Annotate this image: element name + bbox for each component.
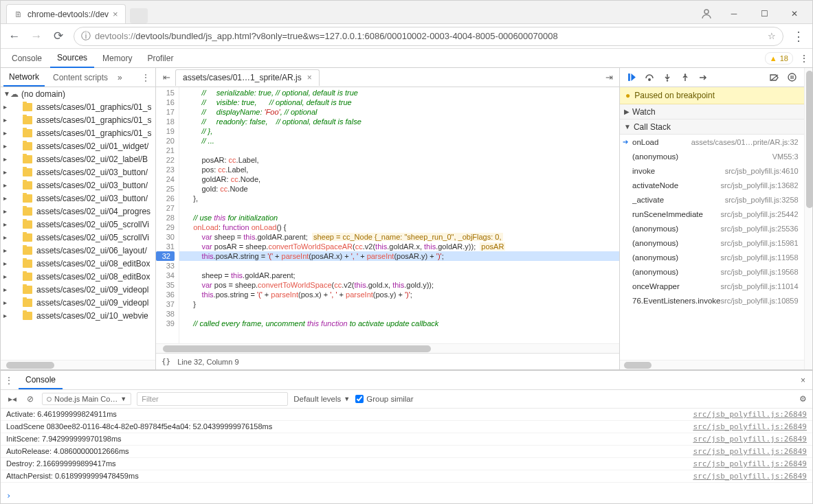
overflow-icon[interactable]: »: [118, 73, 122, 82]
navtab-content-scripts[interactable]: Content scripts: [47, 69, 113, 86]
warnings-badge[interactable]: ▲ 18: [765, 52, 793, 65]
new-tab-button[interactable]: [130, 8, 148, 23]
tab-memory[interactable]: Memory: [96, 49, 139, 67]
tab-sources[interactable]: Sources: [50, 49, 94, 68]
gear-icon[interactable]: ⚙: [799, 394, 807, 404]
maximize-button[interactable]: ☐: [750, 4, 778, 23]
tree-folder-row[interactable]: ▸assets/cases/02_ui/05_scrollVi: [1, 231, 155, 244]
devtools-menu-icon[interactable]: ⋮: [800, 54, 808, 63]
tab-console[interactable]: Console: [5, 49, 49, 67]
console-prompt[interactable]: ›: [1, 488, 812, 503]
stack-frame[interactable]: (anonymous)src/jsb_polyfill.js:25536: [620, 221, 804, 236]
stack-frame[interactable]: 76.EventListeners.invokesrc/jsb_polyfill…: [620, 293, 804, 308]
tree-folder-row[interactable]: ▸assets/cases/02_ui/05_scrollVi: [1, 218, 155, 231]
log-row[interactable]: AutoRelease: 4.08600000012666mssrc/jsb_p…: [1, 446, 812, 458]
log-source-link[interactable]: src/jsb_polyfill.js:26849: [693, 422, 807, 431]
frame-location[interactable]: src/jsb_polyfill.js:10859: [721, 297, 799, 305]
log-levels-select[interactable]: Default levels ▼: [293, 395, 350, 403]
execution-context-select[interactable]: Node.js Main Co… ▼: [42, 393, 131, 405]
tree-folder-row[interactable]: ▸assets/cases/02_ui/02_label/B: [1, 152, 155, 165]
stack-frame[interactable]: (anonymous)src/jsb_polyfill.js:19568: [620, 264, 804, 279]
frame-location[interactable]: src/jsb_polyfill.js:25536: [721, 225, 799, 233]
pause-exceptions-button[interactable]: [785, 70, 800, 85]
frame-location[interactable]: src/jsb_polyfill.js:3258: [725, 196, 799, 204]
resume-button[interactable]: [624, 70, 639, 85]
log-row[interactable]: Destroy: 2.166999999899417mssrc/jsb_poly…: [1, 458, 812, 470]
drawer-tab-console[interactable]: Console: [19, 371, 63, 389]
tree-folder-row[interactable]: ▸assets/cases/02_ui/08_editBox: [1, 257, 155, 270]
navigator-scrollbar-h[interactable]: [1, 360, 155, 369]
log-source-link[interactable]: src/jsb_polyfill.js:26849: [693, 447, 807, 456]
close-drawer-icon[interactable]: ×: [798, 376, 808, 385]
debugger-scrollbar-v[interactable]: [804, 68, 812, 369]
toggle-sidebar-icon[interactable]: ▸◂: [6, 394, 19, 404]
log-row[interactable]: InitScene: 7.942999999970198mssrc/jsb_po…: [1, 433, 812, 446]
site-info-icon[interactable]: ⓘ: [81, 30, 91, 43]
tree-folder-row[interactable]: ▸assets/cases/01_graphics/01_s: [1, 126, 155, 139]
code-editor[interactable]: 1516171819202122232425262728293031323334…: [156, 87, 619, 343]
line-gutter[interactable]: 1516171819202122232425262728293031323334…: [156, 87, 179, 343]
watch-section-header[interactable]: ▶ Watch: [620, 104, 804, 119]
stack-frame[interactable]: _activatesrc/jsb_polyfill.js:3258: [620, 192, 804, 207]
tree-folder-row[interactable]: ▸assets/cases/02_ui/04_progres: [1, 205, 155, 218]
deactivate-breakpoints-button[interactable]: [767, 70, 782, 85]
frame-location[interactable]: src/jsb_polyfill.js:25442: [721, 210, 799, 218]
group-similar-input[interactable]: [355, 395, 364, 403]
tree-folder-row[interactable]: ▸assets/cases/02_ui/06_layout/: [1, 244, 155, 257]
tree-folder-row[interactable]: ▸assets/cases/02_ui/03_button/: [1, 192, 155, 205]
editor-scrollbar-h[interactable]: [156, 343, 619, 353]
call-stack[interactable]: onLoadassets/cases/01…prite/AR.js:32(ano…: [620, 135, 804, 360]
stack-frame[interactable]: (anonymous)src/jsb_polyfill.js:15981: [620, 236, 804, 250]
tree-folder-row[interactable]: ▸assets/cases/02_ui/03_button/: [1, 179, 155, 192]
frame-location[interactable]: src/jsb_polyfill.js:13682: [721, 181, 799, 190]
log-source-link[interactable]: src/jsb_polyfill.js:26849: [693, 435, 807, 444]
log-row[interactable]: LoadScene 0830ee82-0116-48c4-82e0-89784f…: [1, 421, 812, 433]
stack-frame[interactable]: runSceneImmediatesrc/jsb_polyfill.js:254…: [620, 207, 804, 221]
reload-button[interactable]: ⟳: [52, 29, 65, 43]
tree-folder-row[interactable]: ▸assets/cases/01_graphics/01_s: [1, 113, 155, 126]
clear-console-icon[interactable]: ⊘: [24, 394, 36, 404]
step-into-button[interactable]: [660, 70, 675, 85]
console-output[interactable]: Activate: 6.461999999824911mssrc/jsb_pol…: [1, 409, 812, 488]
console-filter-input[interactable]: Filter: [137, 392, 288, 406]
frame-location[interactable]: src/jsb_polyfill.js:19568: [721, 268, 799, 276]
tree-domain-row[interactable]: ▼ ☁ (no domain): [1, 87, 155, 100]
toggle-navigator-icon[interactable]: ⇤: [159, 72, 174, 82]
browser-menu-icon[interactable]: ⋮: [792, 29, 805, 44]
group-similar-checkbox[interactable]: Group similar: [355, 395, 413, 403]
bookmark-icon[interactable]: ☆: [768, 31, 776, 41]
toggle-debugger-icon[interactable]: ⇥: [601, 72, 616, 82]
stack-frame[interactable]: (anonymous)src/jsb_polyfill.js:11958: [620, 250, 804, 264]
frame-location[interactable]: src/jsb_polyfill.js:11958: [721, 253, 799, 262]
step-out-button[interactable]: [678, 70, 693, 85]
stack-frame[interactable]: onLoadassets/cases/01…prite/AR.js:32: [620, 135, 804, 149]
editor-tab[interactable]: assets/cases/01…1_sprite/AR.js ×: [175, 69, 320, 86]
tab-profiler[interactable]: Profiler: [140, 49, 180, 67]
tree-folder-row[interactable]: ▸assets/cases/02_ui/09_videopl: [1, 296, 155, 309]
close-window-button[interactable]: ✕: [781, 4, 808, 23]
navigator-menu-icon[interactable]: ⋮: [139, 73, 153, 82]
log-source-link[interactable]: src/jsb_polyfill.js:26849: [693, 472, 807, 481]
frame-location[interactable]: assets/cases/01…prite/AR.js:32: [691, 138, 799, 146]
frame-location[interactable]: src/jsb_polyfill.js:11014: [721, 282, 799, 290]
pretty-print-icon[interactable]: {}: [162, 357, 170, 366]
drawer-menu-icon[interactable]: ⋮: [5, 376, 13, 385]
navtab-network[interactable]: Network: [3, 69, 45, 87]
stack-frame[interactable]: onceWrappersrc/jsb_polyfill.js:11014: [620, 279, 804, 293]
code-area[interactable]: // serializable: true, // optional, defa…: [179, 87, 619, 343]
stack-frame[interactable]: (anonymous)VM55:3: [620, 149, 804, 163]
log-source-link[interactable]: src/jsb_polyfill.js:26849: [693, 410, 807, 419]
step-button[interactable]: [695, 70, 711, 85]
tree-folder-row[interactable]: ▸assets/cases/02_ui/09_videopl: [1, 283, 155, 296]
close-icon[interactable]: ×: [307, 73, 312, 82]
log-row[interactable]: AttachPersist: 0.6189999999478459mssrc/j…: [1, 470, 812, 483]
close-icon[interactable]: ×: [113, 9, 118, 19]
url-field[interactable]: ⓘ devtools://devtools/bundled/js_app.htm…: [74, 27, 783, 46]
tree-folder-row[interactable]: ▸assets/cases/01_graphics/01_s: [1, 100, 155, 113]
browser-tab[interactable]: 🗎 chrome-devtools://dev ×: [6, 4, 126, 23]
user-icon[interactable]: [697, 4, 716, 23]
back-button[interactable]: ←: [8, 30, 21, 43]
debugger-scrollbar-h[interactable]: [620, 360, 804, 369]
stack-frame[interactable]: activateNodesrc/jsb_polyfill.js:13682: [620, 178, 804, 192]
tree-folder-row[interactable]: ▸assets/cases/02_ui/01_widget/: [1, 139, 155, 152]
